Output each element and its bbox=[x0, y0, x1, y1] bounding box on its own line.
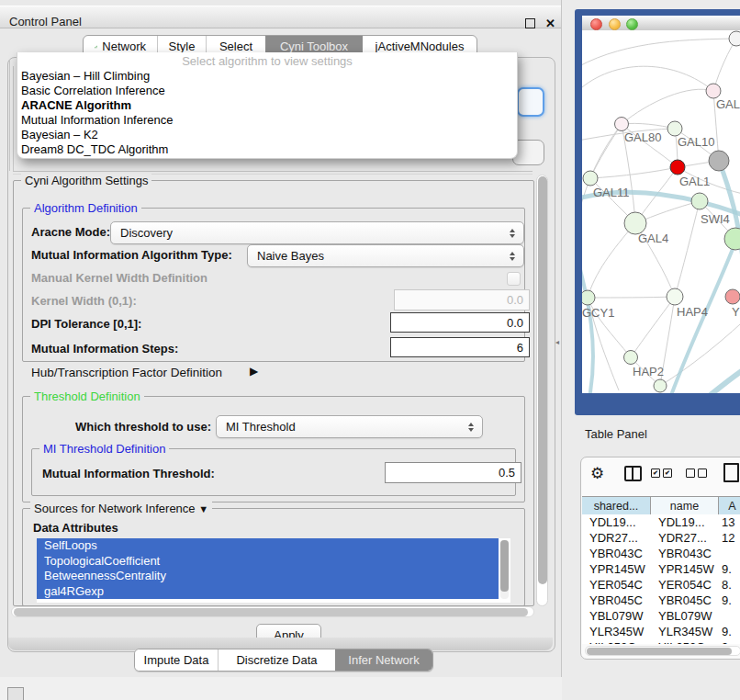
attributes-scrollbar[interactable] bbox=[500, 540, 509, 599]
table-row[interactable]: YBL079WYBL079W bbox=[582, 608, 740, 624]
table-panel-title: Table Panel bbox=[585, 427, 647, 441]
dropdown-option[interactable]: Mutual Information Inference bbox=[17, 113, 517, 128]
mac-close-icon[interactable] bbox=[590, 18, 602, 30]
gear-icon[interactable]: ⚙ bbox=[590, 464, 604, 483]
split-view-icon[interactable] bbox=[624, 466, 642, 481]
algorithm-definition-title: Algorithm Definition bbox=[30, 201, 141, 215]
attribute-item-selected[interactable]: TopologicalCoefficient bbox=[37, 554, 499, 570]
network-node[interactable] bbox=[709, 151, 729, 171]
network-node[interactable] bbox=[706, 84, 721, 98]
attribute-item-selected[interactable]: BetweennessCentrality bbox=[37, 569, 499, 584]
network-canvas[interactable]: GALGAL80GAL10GAL1GAL11SWI4GAL4GCY1HAP4YH… bbox=[582, 30, 740, 393]
mi-threshold-field[interactable]: 0.5 bbox=[385, 462, 521, 483]
table-row[interactable]: YLR345WYLR345W9. bbox=[582, 624, 740, 639]
mac-minimize-icon[interactable] bbox=[609, 18, 621, 30]
network-node[interactable] bbox=[624, 351, 638, 365]
kernel-width-value: 0.0 bbox=[507, 293, 523, 307]
dropdown-option-selected[interactable]: ARACNE Algorithm bbox=[17, 98, 517, 113]
table-panel: ⚙ ✔ ✔ shared... name A YDL19...YDL19...1… bbox=[580, 457, 740, 660]
table-row[interactable]: YBR043CYBR043C bbox=[582, 546, 740, 561]
attribute-item-selected[interactable]: SelfLoops bbox=[37, 538, 499, 554]
checked-box-icon[interactable]: ✔ bbox=[651, 469, 660, 478]
panel-divider-handle[interactable]: ◂ bbox=[555, 338, 559, 346]
settings-vertical-scrollbar-thumb[interactable] bbox=[538, 176, 547, 584]
hidden-groupbox-edge bbox=[13, 66, 14, 171]
hidden-groupbox-bottom bbox=[13, 171, 533, 172]
collapsed-panel-icon[interactable] bbox=[7, 687, 24, 700]
mac-zoom-icon[interactable] bbox=[626, 18, 638, 30]
manual-kernel-label: Manual Kernel Width Definition bbox=[31, 271, 207, 285]
settings-horizontal-scrollbar-thumb[interactable] bbox=[14, 608, 528, 616]
node-label: GCY1 bbox=[582, 306, 614, 320]
column-header-name[interactable]: name bbox=[651, 497, 719, 514]
data-attributes-list: SelfLoops TopologicalCoefficient Between… bbox=[37, 538, 510, 603]
which-threshold-combobox[interactable]: MI Threshold bbox=[216, 415, 483, 438]
network-node[interactable] bbox=[725, 289, 740, 304]
table-horizontal-scrollbar-thumb[interactable] bbox=[587, 648, 732, 655]
network-node[interactable] bbox=[729, 31, 740, 46]
tab-network-label: Network bbox=[102, 40, 146, 53]
network-node[interactable] bbox=[670, 160, 685, 175]
table-row[interactable]: YER054CYER054C8. bbox=[582, 577, 740, 593]
tab-impute-data-label: Impute Data bbox=[144, 653, 209, 667]
disclosure-right-icon[interactable]: ▶ bbox=[250, 365, 258, 378]
hidden-focused-combobox-fragment[interactable] bbox=[517, 87, 544, 117]
tab-discretize-data[interactable]: Discretize Data bbox=[218, 649, 335, 671]
tab-infer-network[interactable]: Infer Network bbox=[335, 649, 432, 671]
network-node[interactable] bbox=[667, 121, 682, 136]
table-header-row: shared... name A bbox=[582, 496, 740, 515]
network-view-window[interactable]: GALGAL80GAL10GAL1GAL11SWI4GAL4GCY1HAP4YH… bbox=[575, 9, 740, 415]
network-node[interactable] bbox=[582, 290, 595, 305]
table-row[interactable]: YDR27...YDR27...12 bbox=[582, 530, 740, 546]
network-node[interactable] bbox=[724, 228, 740, 250]
disclosure-down-icon[interactable]: ▼ bbox=[198, 503, 208, 514]
mi-type-label: Mutual Information Algorithm Type: bbox=[31, 248, 232, 262]
mi-type-combobox[interactable]: Naive Bayes bbox=[247, 244, 524, 267]
manual-kernel-checkbox[interactable] bbox=[507, 272, 521, 286]
close-icon[interactable]: ✕ bbox=[545, 17, 555, 30]
dropdown-option[interactable]: Basic Correlation Inference bbox=[17, 84, 517, 98]
hub-definition-label: Hub/Transcription Factor Definition bbox=[31, 366, 222, 379]
network-node[interactable] bbox=[654, 379, 667, 392]
table-row[interactable]: YIL052CYIL052C9. bbox=[582, 639, 740, 644]
table-row[interactable]: YPR145WYPR145W9. bbox=[582, 561, 740, 577]
cyni-bottom-tabbar: Impute Data Discretize Data Infer Networ… bbox=[134, 649, 433, 672]
network-node[interactable] bbox=[615, 118, 629, 131]
mi-steps-value: 6 bbox=[517, 341, 523, 355]
aracne-mode-value: Discovery bbox=[111, 226, 508, 240]
mi-steps-field[interactable]: 6 bbox=[390, 337, 530, 357]
kernel-width-field: 0.0 bbox=[394, 289, 530, 310]
attribute-item-selected[interactable]: gal4RGexp bbox=[37, 584, 499, 600]
column-header-clipped[interactable]: A bbox=[719, 497, 740, 514]
node-label: HAP4 bbox=[677, 305, 708, 319]
mi-threshold-group-title: MI Threshold Definition bbox=[39, 442, 169, 456]
network-node[interactable] bbox=[583, 171, 598, 186]
network-window-titlebar[interactable] bbox=[582, 16, 740, 30]
dropdown-option[interactable]: Bayesian – Hill Climbing bbox=[17, 69, 517, 84]
unchecked-box-icon[interactable] bbox=[698, 469, 707, 478]
dropdown-option[interactable]: Bayesian – K2 bbox=[17, 128, 517, 142]
screen: { "icons": { "close": "✕", "gear": "⚙", … bbox=[0, 0, 740, 700]
network-node[interactable] bbox=[667, 288, 683, 305]
document-icon[interactable] bbox=[723, 463, 739, 482]
dropdown-option[interactable]: Dream8 DC_TDC Algorithm bbox=[17, 142, 517, 157]
network-graph[interactable]: GALGAL80GAL10GAL1GAL11SWI4GAL4GCY1HAP4YH… bbox=[582, 30, 740, 393]
node-label: SWI4 bbox=[701, 212, 730, 226]
node-label: GAL10 bbox=[678, 135, 714, 149]
tab-cyni-toolbox-label: Cyni Toolbox bbox=[280, 40, 348, 53]
float-window-icon[interactable] bbox=[525, 18, 535, 28]
hidden-groupbox-edge bbox=[9, 61, 10, 171]
table-row[interactable]: YBR045CYBR045C9. bbox=[582, 593, 740, 608]
table-row[interactable]: YDL19...YDL19...13 bbox=[582, 514, 740, 530]
checked-box-icon[interactable]: ✔ bbox=[663, 469, 672, 478]
dpi-tolerance-value: 0.0 bbox=[507, 316, 523, 330]
attributes-scrollbar-thumb[interactable] bbox=[500, 540, 509, 592]
tab-impute-data[interactable]: Impute Data bbox=[135, 649, 218, 671]
unchecked-box-icon[interactable] bbox=[686, 469, 695, 478]
column-header-shared-name[interactable]: shared... bbox=[582, 497, 651, 514]
node-label: GAL4 bbox=[638, 231, 668, 245]
sources-title-text: Sources for Network Inference bbox=[34, 502, 196, 515]
aracne-mode-combobox[interactable]: Discovery bbox=[110, 221, 524, 244]
dpi-tolerance-field[interactable]: 0.0 bbox=[390, 312, 530, 333]
network-node[interactable] bbox=[691, 193, 708, 209]
